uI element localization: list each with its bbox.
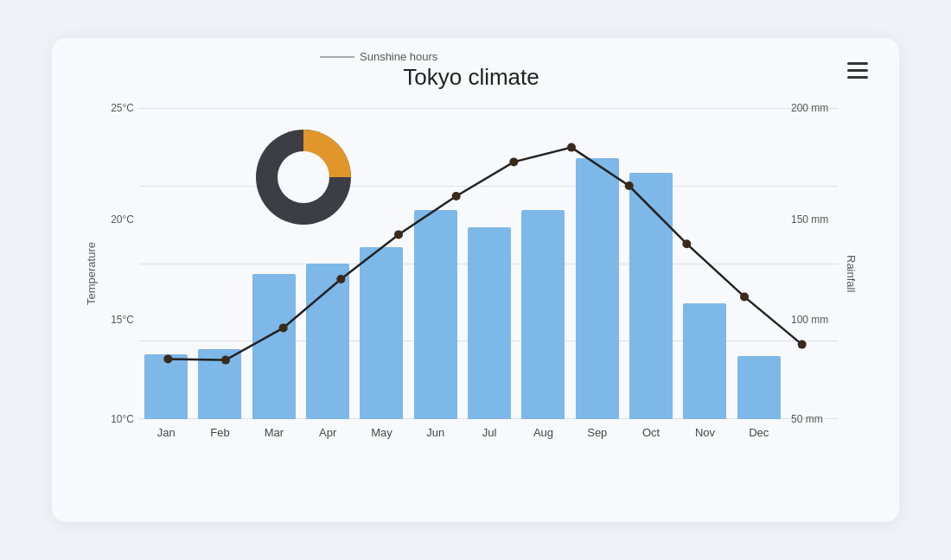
y-axis-right-label: Rainfall [838, 255, 865, 292]
svg-point-1 [278, 151, 329, 203]
x-axis-label: Aug [516, 426, 570, 439]
y-tick-left: 25°C [111, 102, 139, 114]
y-tick-right: 100 mm [786, 314, 828, 326]
y-labels-left: 25°C20°C15°C10°C [105, 108, 139, 419]
grid-and-bars: 25°C20°C15°C10°C 200 mm150 mm100 mm50 mm [105, 108, 838, 419]
y-tick-left: 15°C [111, 314, 139, 326]
bar [468, 227, 511, 419]
y-axis-left-label: Temperature [78, 242, 105, 305]
x-axis-label: Apr [301, 426, 354, 439]
x-axis-label: Sep [571, 426, 624, 439]
y-labels-right: 200 mm150 mm100 mm50 mm [786, 108, 838, 419]
bar-group [463, 227, 516, 419]
y-tick-left: 20°C [111, 213, 139, 226]
bar [414, 210, 457, 419]
chart-inner: 25°C20°C15°C10°C 200 mm150 mm100 mm50 mm [105, 108, 838, 439]
bar-group [678, 303, 731, 419]
sunshine-legend: Sunshine hours [320, 50, 437, 63]
bar-group [139, 354, 193, 419]
bar-group [409, 210, 463, 419]
y-tick-right: 150 mm [786, 213, 828, 226]
bar [252, 274, 296, 419]
y-tick-left: 10°C [111, 413, 139, 425]
bar-group [354, 247, 408, 419]
bar-group [571, 158, 624, 419]
x-axis-label: Mar [247, 426, 301, 439]
x-axis-label: Oct [624, 426, 678, 439]
bar [144, 354, 188, 419]
bar-group [732, 356, 786, 419]
chart-container: Tokyo climate Sunshine hours Temperature… [52, 38, 899, 522]
x-axis-label: Dec [732, 426, 786, 439]
bar-group [624, 173, 678, 419]
x-axis-label: Feb [193, 426, 246, 439]
x-axis-label: Jun [409, 426, 463, 439]
bar [629, 173, 673, 419]
x-axis-label: Nov [678, 426, 731, 439]
x-axis-label: Jul [463, 426, 516, 439]
bar-group [301, 264, 354, 419]
bar-group [247, 274, 301, 419]
bar-group [516, 210, 570, 419]
x-axis-label: Jan [139, 426, 193, 439]
chart-area: Temperature 25°C20°C15°C10°C 200 mm150 m… [78, 108, 865, 439]
chart-title: Tokyo climate [78, 64, 865, 91]
bar [737, 356, 781, 419]
bar [360, 247, 403, 419]
x-axis-label: May [354, 426, 408, 439]
bar [576, 158, 619, 419]
pie-chart [243, 117, 364, 238]
bar-group [193, 349, 246, 419]
bar [306, 264, 349, 419]
y-tick-right: 200 mm [786, 102, 828, 114]
bar [521, 210, 565, 419]
x-axis: JanFebMarAprMayJunJulAugSepOctNovDec [105, 426, 838, 439]
bar [683, 303, 726, 419]
sunshine-label-text: Sunshine hours [360, 50, 437, 63]
bars-area [139, 108, 786, 419]
hamburger-menu-icon[interactable] [847, 62, 868, 79]
bar [198, 349, 241, 419]
y-tick-right: 50 mm [786, 413, 823, 425]
